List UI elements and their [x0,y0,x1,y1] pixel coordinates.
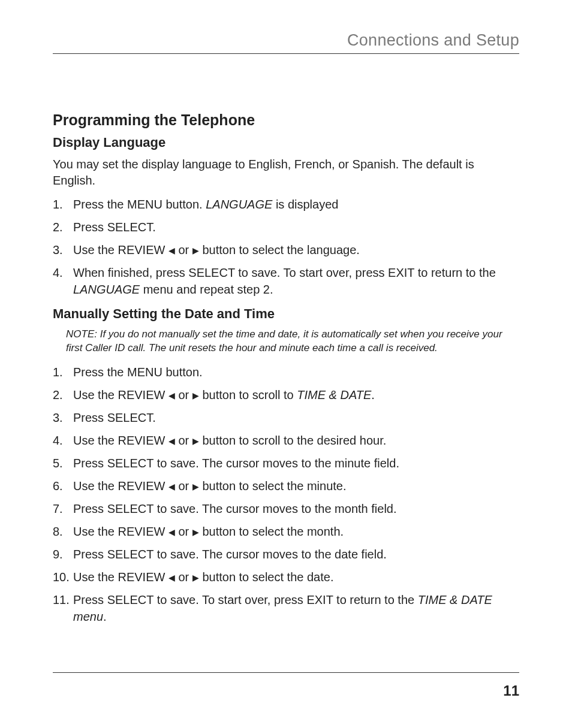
step-number: 2. [53,386,73,403]
manual-datetime-steps: 1. Press the MENU button. 2. Use the REV… [53,364,519,625]
section-heading: Programming the Telephone [53,111,519,129]
step-text: Press SELECT to save. The cursor moves t… [73,455,519,472]
triangle-left-icon: ◀ [168,572,175,584]
step-pre: Use the REVIEW [73,434,168,447]
step-text: Use the REVIEW ◀ or ▶ button to scroll t… [73,386,519,403]
arrow-or: or [175,434,192,447]
step-number: 1. [53,364,73,380]
step-pre: Use the REVIEW [73,570,168,584]
step-pre: Press SELECT to save. To start over, pre… [73,593,418,606]
step-number: 7. [53,500,73,517]
arrow-or: or [175,479,192,493]
step-number: 6. [53,478,73,494]
list-item: 11. Press SELECT to save. To start over,… [53,591,519,625]
triangle-right-icon: ▶ [192,245,199,257]
step-italic: TIME & DATE [297,388,371,401]
list-item: 8. Use the REVIEW ◀ or ▶ button to selec… [53,523,519,540]
display-language-heading: Display Language [53,135,519,150]
triangle-right-icon: ▶ [192,436,199,448]
step-number: 4. [53,432,73,449]
step-post: button to scroll to the desired hour. [199,434,386,447]
arrow-or: or [175,388,192,401]
step-number: 3. [53,409,73,426]
triangle-right-icon: ▶ [192,572,199,584]
step-text: When finished, press SELECT to save. To … [73,264,519,298]
step-number: 10. [53,569,73,585]
arrow-or: or [175,570,192,584]
step-text: Use the REVIEW ◀ or ▶ button to select t… [73,478,519,494]
step-number: 5. [53,455,73,472]
page-number: 11 [503,682,519,699]
triangle-left-icon: ◀ [168,390,175,402]
step-pre: When finished, press SELECT to save. To … [73,266,496,279]
page-header: Connections and Setup [53,31,519,54]
list-item: 3. Press SELECT. [53,409,519,426]
triangle-left-icon: ◀ [168,436,175,448]
display-language-intro: You may set the display language to Engl… [53,156,519,189]
step-text: Use the REVIEW ◀ or ▶ button to select t… [73,523,519,540]
list-item: 2. Use the REVIEW ◀ or ▶ button to scrol… [53,386,519,403]
triangle-left-icon: ◀ [168,527,175,539]
step-pre: Use the REVIEW [73,388,168,401]
step-text: Press SELECT to save. The cursor moves t… [73,546,519,563]
step-text: Use the REVIEW ◀ or ▶ button to select t… [73,569,519,585]
step-number: 1. [53,196,73,213]
list-item: 9. Press SELECT to save. The cursor move… [53,546,519,563]
page-header-title: Connections and Setup [347,31,519,49]
arrow-or: or [175,243,192,256]
step-text: Press SELECT to save. The cursor moves t… [73,500,519,517]
step-post: menu and repeat step 2. [140,283,273,296]
triangle-right-icon: ▶ [192,390,199,402]
list-item: 1. Press the MENU button. [53,364,519,380]
list-item: 2. Press SELECT. [53,219,519,235]
triangle-left-icon: ◀ [168,245,175,257]
list-item: 7. Press SELECT to save. The cursor move… [53,500,519,517]
step-post: . [103,610,107,623]
step-mid: button to scroll to [199,388,297,401]
step-post: button to select the language. [199,243,360,256]
list-item: 10. Use the REVIEW ◀ or ▶ button to sele… [53,569,519,585]
step-number: 4. [53,264,73,298]
list-item: 4. Use the REVIEW ◀ or ▶ button to scrol… [53,432,519,449]
step-text: Use the REVIEW ◀ or ▶ button to select t… [73,241,519,258]
triangle-left-icon: ◀ [168,481,175,493]
arrow-or: or [175,525,192,538]
step-italic: LANGUAGE [73,283,140,296]
list-item: 1. Press the MENU button. LANGUAGE is di… [53,196,519,213]
triangle-right-icon: ▶ [192,481,199,493]
step-text: Use the REVIEW ◀ or ▶ button to scroll t… [73,432,519,449]
step-post: is displayed [272,198,338,211]
step-pre: Use the REVIEW [73,525,168,538]
step-post: button to select the date. [199,570,334,584]
list-item: 4. When finished, press SELECT to save. … [53,264,519,298]
step-number: 2. [53,219,73,235]
step-post: button to select the month. [199,525,344,538]
step-text: Press the MENU button. [73,364,519,380]
step-number: 9. [53,546,73,563]
step-italic: LANGUAGE [206,198,272,211]
step-text: Press SELECT. [73,219,519,235]
step-pre: Use the REVIEW [73,243,168,256]
list-item: 5. Press SELECT to save. The cursor move… [53,455,519,472]
manual-datetime-note: NOTE: If you do not manually set the tim… [66,328,519,355]
step-text: Press the MENU button. LANGUAGE is displ… [73,196,519,213]
step-post: button to select the minute. [199,479,347,493]
manual-datetime-heading: Manually Setting the Date and Time [53,306,519,322]
triangle-right-icon: ▶ [192,527,199,539]
step-pre: Press the MENU button. [73,198,206,211]
list-item: 6. Use the REVIEW ◀ or ▶ button to selec… [53,478,519,494]
step-text: Press SELECT to save. To start over, pre… [73,591,519,625]
step-number: 8. [53,523,73,540]
step-post: . [371,388,375,401]
step-number: 11. [53,591,73,625]
step-pre: Use the REVIEW [73,479,168,493]
display-language-steps: 1. Press the MENU button. LANGUAGE is di… [53,196,519,298]
list-item: 3. Use the REVIEW ◀ or ▶ button to selec… [53,241,519,258]
page-footer: 11 [53,672,519,699]
step-text: Press SELECT. [73,409,519,426]
step-number: 3. [53,241,73,258]
